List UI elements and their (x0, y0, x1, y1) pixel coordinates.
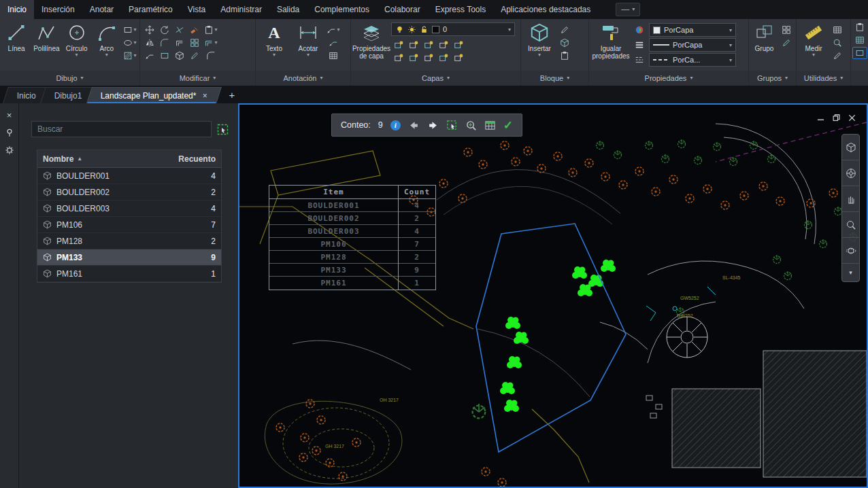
select-region-button[interactable] (446, 120, 458, 131)
layer-state-button[interactable] (391, 39, 406, 51)
palette-properties-button[interactable] (3, 144, 16, 156)
steering-wheel-button[interactable] (842, 160, 859, 186)
layer-off-button[interactable] (451, 39, 466, 51)
count-row-boulder001[interactable]: BOULDER001 4 (37, 168, 221, 184)
create-block-button[interactable] (557, 37, 572, 49)
layer-select[interactable]: 0 ▾ (391, 22, 515, 36)
circulo-button[interactable]: Círculo ▾ (63, 21, 91, 70)
search-input[interactable] (31, 121, 212, 137)
count-row-pm133[interactable]: PM133 9 (37, 249, 221, 266)
chamfer-button[interactable] (203, 50, 218, 62)
ribbon-tab-express-tools[interactable]: Express Tools (428, 0, 493, 19)
count-row-boulder002[interactable]: BOULDER002 2 (37, 184, 221, 201)
lineweight-select[interactable]: PorCapa ▾ (649, 38, 736, 52)
navbar-more-button[interactable]: ▾ (842, 264, 859, 281)
rectangle-tool-button[interactable]: ▾ (122, 24, 137, 36)
count-row-pm128[interactable]: PM128 2 (37, 233, 221, 249)
panel-label-bloque[interactable]: Bloque ▾ (521, 71, 588, 86)
panel-label-grupos[interactable]: Grupos ▾ (749, 71, 796, 86)
insertar-button[interactable]: Insertar ▾ (523, 21, 556, 70)
stretch-button[interactable] (142, 50, 157, 62)
lineweight-list-button[interactable] (632, 39, 647, 51)
trim-button[interactable] (172, 24, 187, 36)
count-column-header[interactable]: Recuento (178, 154, 216, 164)
file-tab-landscape-plan[interactable]: Landscape Plan_updated* × (86, 87, 222, 103)
hatch-tool-button[interactable]: ▾ (122, 50, 137, 62)
fillet-button[interactable] (157, 37, 172, 49)
extend-button[interactable]: ▾ (203, 37, 218, 49)
viewcube-button[interactable] (842, 135, 859, 160)
explode-button[interactable] (172, 50, 187, 62)
ribbon-tab-administrar[interactable]: Administrar (213, 0, 269, 19)
info-icon[interactable]: i (390, 120, 401, 130)
panel-label-capas[interactable]: Capas ▾ (351, 71, 520, 86)
count-table-header[interactable]: Nombre ▲ Recuento (37, 150, 221, 168)
ribbon-tab-aplicaciones[interactable]: Aplicaciones destacadas (493, 0, 598, 19)
copy-button[interactable]: ▾ (203, 24, 218, 36)
linea-button[interactable]: Línea (2, 21, 31, 70)
grupo-button[interactable]: Grupo (751, 21, 778, 70)
ribbon-tab-complementos[interactable]: Complementos (307, 0, 377, 19)
palette-autohide-button[interactable] (3, 126, 16, 139)
palette-close-button[interactable]: × (3, 109, 16, 121)
table-button[interactable] (326, 50, 341, 62)
insert-count-table-button[interactable] (484, 120, 496, 131)
layer-match-button[interactable] (451, 52, 466, 64)
ungroup-button[interactable] (779, 24, 794, 36)
count-row-boulder003[interactable]: BOULDER003 4 (37, 201, 221, 217)
paste-button[interactable] (852, 21, 867, 33)
arco-button[interactable]: Arco ▾ (93, 21, 121, 70)
close-icon[interactable] (848, 114, 856, 122)
drawing-viewport[interactable]: Item Count BOULDER0014 BOULDER0022 BOULD… (238, 103, 868, 488)
linetype-list-button[interactable] (632, 54, 647, 66)
ribbon-tab-parametrico[interactable]: Paramétrico (121, 0, 180, 19)
layer-unisolate-button[interactable] (391, 52, 406, 64)
ribbon-tab-anotar[interactable]: Anotar (82, 0, 121, 19)
polilinea-button[interactable]: Polilínea (32, 21, 61, 70)
linetype-select[interactable]: PorCa... ▾ (649, 53, 736, 67)
layer-unlock-button[interactable] (421, 52, 436, 64)
previous-arrow-button[interactable] (408, 120, 420, 131)
layer-thaw-button[interactable] (406, 52, 421, 64)
array-button[interactable] (187, 37, 202, 49)
panel-label-propiedades[interactable]: Propiedades ▾ (589, 71, 748, 86)
zoom-button[interactable] (842, 212, 859, 238)
mirror-button[interactable] (142, 37, 157, 49)
rotate-button[interactable] (157, 24, 172, 36)
new-tab-button[interactable]: + (225, 89, 239, 101)
next-arrow-button[interactable] (427, 120, 439, 131)
color-wheel-button[interactable] (632, 24, 647, 36)
erase-button[interactable] (187, 24, 202, 36)
close-tab-icon[interactable]: × (202, 91, 207, 101)
ribbon-tab-inicio[interactable]: Inicio (0, 0, 34, 19)
edit-block-button[interactable] (557, 24, 572, 36)
panel-label-anotacion[interactable]: Anotación ▾ (256, 71, 350, 86)
group-edit-button[interactable] (779, 37, 794, 49)
layer-on-button[interactable] (436, 52, 451, 64)
ribbon-tab-salida[interactable]: Salida (269, 0, 307, 19)
quick-select-button[interactable] (830, 50, 845, 62)
restore-icon[interactable] (833, 114, 840, 122)
count-row-pm106[interactable]: PM106 7 (37, 217, 221, 233)
ellipse-tool-button[interactable]: ▾ (122, 37, 137, 49)
orbit-button[interactable] (842, 238, 859, 264)
select-objects-icon[interactable] (217, 124, 229, 135)
panel-label-modificar[interactable]: Modificar ▾ (140, 71, 255, 86)
minimize-icon[interactable] (817, 114, 824, 122)
panel-label-utilidades[interactable]: Utilidades ▾ (797, 71, 850, 86)
count-tool-button[interactable] (852, 47, 867, 59)
layer-lock-button[interactable] (436, 39, 451, 51)
leader-button[interactable] (326, 37, 341, 49)
propiedades-capa-button[interactable]: Propiedades de capa (353, 21, 390, 70)
texto-button[interactable]: A Texto ▾ (258, 21, 290, 70)
id-point-button[interactable] (830, 37, 845, 49)
multileader-button[interactable]: ▾ (326, 24, 341, 36)
drawing-canvas[interactable] (239, 105, 867, 487)
name-column-header[interactable]: Nombre (43, 154, 73, 164)
object-color-select[interactable]: PorCapa ▾ (649, 23, 736, 37)
zoom-to-selection-button[interactable] (465, 120, 477, 131)
medir-button[interactable]: Medir ▾ (799, 21, 829, 70)
layer-isolate-button[interactable] (406, 39, 421, 51)
ribbon-tab-colaborar[interactable]: Colaborar (377, 0, 428, 19)
acotar-button[interactable]: Acotar ▾ (292, 21, 324, 70)
